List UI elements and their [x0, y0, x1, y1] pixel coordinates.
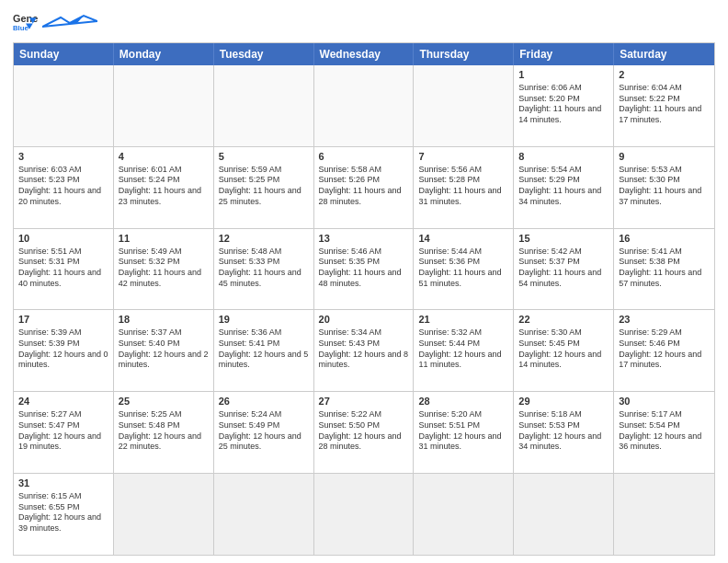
day-cell-3: 3Sunrise: 6:03 AM Sunset: 5:23 PM Daylig… — [14, 147, 114, 228]
day-cell-15: 15Sunrise: 5:42 AM Sunset: 5:37 PM Dayli… — [514, 229, 614, 310]
day-cell-22: 22Sunrise: 5:30 AM Sunset: 5:45 PM Dayli… — [514, 310, 614, 391]
day-info: Sunrise: 6:04 AM Sunset: 5:22 PM Dayligh… — [619, 83, 710, 126]
calendar-week-5: 24Sunrise: 5:27 AM Sunset: 5:47 PM Dayli… — [14, 391, 714, 473]
day-info: Sunrise: 5:46 AM Sunset: 5:35 PM Dayligh… — [319, 247, 409, 290]
day-cell-26: 26Sunrise: 5:24 AM Sunset: 5:49 PM Dayli… — [214, 392, 314, 473]
day-cell-6: 6Sunrise: 5:58 AM Sunset: 5:26 PM Daylig… — [314, 147, 415, 228]
day-number: 14 — [418, 232, 508, 246]
day-cell-1: 1Sunrise: 6:06 AM Sunset: 5:20 PM Daylig… — [514, 65, 614, 146]
day-header-thursday: Thursday — [414, 43, 514, 65]
logo-icon: General Blue — [13, 9, 39, 35]
calendar-week-1: 1Sunrise: 6:06 AM Sunset: 5:20 PM Daylig… — [14, 65, 714, 146]
day-cell-11: 11Sunrise: 5:49 AM Sunset: 5:32 PM Dayli… — [114, 229, 214, 310]
day-info: Sunrise: 6:06 AM Sunset: 5:20 PM Dayligh… — [518, 83, 609, 126]
day-number: 12 — [219, 232, 309, 246]
day-number: 30 — [619, 395, 710, 408]
day-number: 3 — [18, 150, 108, 164]
day-cell-13: 13Sunrise: 5:46 AM Sunset: 5:35 PM Dayli… — [314, 229, 415, 310]
day-number: 21 — [418, 313, 508, 327]
day-info: Sunrise: 6:15 AM Sunset: 6:55 PM Dayligh… — [18, 491, 108, 534]
day-number: 24 — [18, 395, 108, 408]
day-info: Sunrise: 5:32 AM Sunset: 5:44 PM Dayligh… — [418, 327, 508, 371]
empty-cell — [114, 65, 214, 146]
day-number: 16 — [619, 232, 710, 246]
day-header-sunday: Sunday — [14, 43, 114, 65]
day-info: Sunrise: 5:22 AM Sunset: 5:50 PM Dayligh… — [319, 409, 409, 453]
day-number: 11 — [119, 232, 209, 246]
day-number: 7 — [418, 150, 508, 164]
day-info: Sunrise: 6:03 AM Sunset: 5:23 PM Dayligh… — [18, 165, 108, 208]
day-info: Sunrise: 5:24 AM Sunset: 5:49 PM Dayligh… — [219, 409, 309, 453]
empty-cell — [614, 474, 714, 555]
day-cell-31: 31Sunrise: 6:15 AM Sunset: 6:55 PM Dayli… — [14, 474, 114, 555]
day-info: Sunrise: 5:34 AM Sunset: 5:43 PM Dayligh… — [319, 327, 409, 371]
day-info: Sunrise: 5:25 AM Sunset: 5:48 PM Dayligh… — [119, 409, 209, 453]
day-number: 15 — [518, 232, 609, 246]
day-number: 22 — [518, 313, 609, 327]
calendar-body: 1Sunrise: 6:06 AM Sunset: 5:20 PM Daylig… — [14, 65, 714, 555]
day-header-wednesday: Wednesday — [314, 43, 415, 65]
day-cell-12: 12Sunrise: 5:48 AM Sunset: 5:33 PM Dayli… — [214, 229, 314, 310]
day-cell-24: 24Sunrise: 5:27 AM Sunset: 5:47 PM Dayli… — [14, 392, 114, 473]
day-cell-30: 30Sunrise: 5:17 AM Sunset: 5:54 PM Dayli… — [614, 392, 714, 473]
page: General Blue SundayMondayTuesdayWednesd — [0, 0, 728, 563]
empty-cell — [314, 65, 415, 146]
day-number: 10 — [18, 232, 108, 246]
day-cell-5: 5Sunrise: 5:59 AM Sunset: 5:25 PM Daylig… — [214, 147, 314, 228]
day-number: 2 — [619, 68, 710, 82]
day-info: Sunrise: 5:41 AM Sunset: 5:38 PM Dayligh… — [619, 247, 710, 290]
empty-cell — [514, 474, 614, 555]
day-number: 19 — [219, 313, 309, 327]
day-info: Sunrise: 5:27 AM Sunset: 5:47 PM Dayligh… — [18, 409, 108, 453]
calendar-week-4: 17Sunrise: 5:39 AM Sunset: 5:39 PM Dayli… — [14, 309, 714, 391]
day-cell-16: 16Sunrise: 5:41 AM Sunset: 5:38 PM Dayli… — [614, 229, 714, 310]
day-number: 1 — [518, 68, 609, 82]
day-cell-28: 28Sunrise: 5:20 AM Sunset: 5:51 PM Dayli… — [414, 392, 514, 473]
day-info: Sunrise: 5:42 AM Sunset: 5:37 PM Dayligh… — [518, 247, 609, 290]
header: General Blue — [13, 9, 715, 35]
day-header-tuesday: Tuesday — [214, 43, 314, 65]
day-number: 28 — [418, 395, 508, 408]
day-header-monday: Monday — [114, 43, 214, 65]
day-number: 5 — [219, 150, 309, 164]
day-info: Sunrise: 5:36 AM Sunset: 5:41 PM Dayligh… — [219, 327, 309, 371]
day-info: Sunrise: 6:01 AM Sunset: 5:24 PM Dayligh… — [119, 165, 209, 208]
day-info: Sunrise: 5:39 AM Sunset: 5:39 PM Dayligh… — [18, 327, 108, 371]
day-info: Sunrise: 5:29 AM Sunset: 5:46 PM Dayligh… — [619, 327, 710, 371]
day-cell-8: 8Sunrise: 5:54 AM Sunset: 5:29 PM Daylig… — [514, 147, 614, 228]
calendar-week-6: 31Sunrise: 6:15 AM Sunset: 6:55 PM Dayli… — [14, 473, 714, 555]
empty-cell — [414, 474, 514, 555]
day-cell-23: 23Sunrise: 5:29 AM Sunset: 5:46 PM Dayli… — [614, 310, 714, 391]
day-cell-14: 14Sunrise: 5:44 AM Sunset: 5:36 PM Dayli… — [414, 229, 514, 310]
empty-cell — [214, 474, 314, 555]
calendar: SundayMondayTuesdayWednesdayThursdayFrid… — [13, 42, 715, 556]
day-cell-25: 25Sunrise: 5:25 AM Sunset: 5:48 PM Dayli… — [114, 392, 214, 473]
empty-cell — [14, 65, 114, 146]
logo: General Blue — [13, 9, 97, 35]
empty-cell — [314, 474, 415, 555]
day-cell-2: 2Sunrise: 6:04 AM Sunset: 5:22 PM Daylig… — [614, 65, 714, 146]
day-cell-10: 10Sunrise: 5:51 AM Sunset: 5:31 PM Dayli… — [14, 229, 114, 310]
day-cell-17: 17Sunrise: 5:39 AM Sunset: 5:39 PM Dayli… — [14, 310, 114, 391]
day-info: Sunrise: 5:48 AM Sunset: 5:33 PM Dayligh… — [219, 247, 309, 290]
day-cell-19: 19Sunrise: 5:36 AM Sunset: 5:41 PM Dayli… — [214, 310, 314, 391]
day-number: 23 — [619, 313, 710, 327]
svg-marker-4 — [42, 16, 97, 27]
day-number: 27 — [319, 395, 409, 408]
day-number: 13 — [319, 232, 409, 246]
calendar-week-3: 10Sunrise: 5:51 AM Sunset: 5:31 PM Dayli… — [14, 228, 714, 310]
day-cell-4: 4Sunrise: 6:01 AM Sunset: 5:24 PM Daylig… — [114, 147, 214, 228]
day-number: 26 — [219, 395, 309, 408]
day-number: 8 — [518, 150, 609, 164]
day-cell-9: 9Sunrise: 5:53 AM Sunset: 5:30 PM Daylig… — [614, 147, 714, 228]
day-number: 31 — [18, 477, 108, 490]
empty-cell — [214, 65, 314, 146]
day-info: Sunrise: 5:18 AM Sunset: 5:53 PM Dayligh… — [518, 409, 609, 453]
day-number: 4 — [119, 150, 209, 164]
day-number: 20 — [319, 313, 409, 327]
day-info: Sunrise: 5:53 AM Sunset: 5:30 PM Dayligh… — [619, 165, 710, 208]
day-header-friday: Friday — [514, 43, 614, 65]
day-info: Sunrise: 5:56 AM Sunset: 5:28 PM Dayligh… — [418, 165, 508, 208]
day-info: Sunrise: 5:49 AM Sunset: 5:32 PM Dayligh… — [119, 247, 209, 290]
day-info: Sunrise: 5:44 AM Sunset: 5:36 PM Dayligh… — [418, 247, 508, 290]
